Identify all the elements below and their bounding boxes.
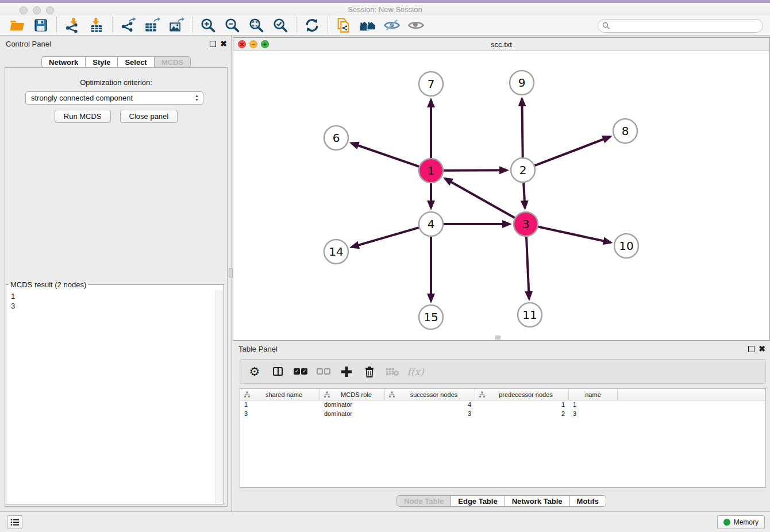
home-icon [359, 17, 377, 33]
zoom-out-button[interactable] [223, 17, 241, 34]
memory-button[interactable]: Memory [717, 515, 765, 529]
graph-edge-2-9[interactable] [522, 99, 522, 157]
tab-mcds[interactable]: MCDS [154, 56, 191, 68]
maximize-window-button[interactable] [46, 6, 54, 14]
graph-edge-3-1[interactable] [445, 179, 514, 218]
graph-edge-1-2[interactable] [444, 170, 507, 171]
select-all-button[interactable]: ✓✓ [292, 363, 309, 380]
table-cell[interactable]: 2 [475, 410, 569, 419]
zoom-out-icon [224, 17, 240, 33]
tab-style[interactable]: Style [85, 56, 117, 68]
close-panel-button[interactable]: Close panel [120, 110, 178, 123]
close-panel-button[interactable]: ✖ [220, 41, 227, 47]
column-type-icon [244, 391, 251, 398]
fit-content-button[interactable] [247, 17, 265, 34]
tab-network[interactable]: Network [41, 56, 85, 68]
table-cell[interactable]: 3 [240, 410, 320, 419]
hide-selection-button[interactable] [383, 17, 401, 34]
mcds-result-list[interactable]: 1 3 [7, 290, 215, 503]
network-maximize-button[interactable]: + [261, 40, 269, 48]
import-network-button[interactable] [63, 17, 82, 34]
graph-node-label: 11 [522, 308, 537, 322]
table-cell[interactable]: 3 [385, 410, 475, 419]
network-window-titlebar[interactable]: ✕ − + scc.txt [233, 38, 769, 51]
tab-node-table[interactable]: Node Table [396, 495, 451, 507]
table-panel-title: Table Panel [238, 345, 748, 353]
zoom-selected-button[interactable] [271, 17, 290, 34]
apply-layout-button[interactable] [303, 17, 321, 34]
status-bar: Memory [0, 511, 770, 532]
graph-edge-3-10[interactable] [538, 227, 610, 242]
graph-node-label: 3 [522, 217, 530, 231]
search-input[interactable] [598, 19, 763, 33]
network-minimize-button[interactable]: − [249, 40, 257, 48]
tab-network-table[interactable]: Network Table [505, 495, 569, 507]
run-mcds-button[interactable]: Run MCDS [55, 110, 111, 123]
minimize-window-button[interactable] [33, 6, 41, 14]
close-table-panel-button[interactable]: ✖ [759, 346, 765, 352]
graph-edge-4-14[interactable] [352, 228, 419, 247]
column-label: predecessor nodes [499, 391, 553, 398]
table-cell[interactable]: 1 [569, 400, 618, 410]
mcds-result-scrollbar[interactable] [215, 290, 223, 503]
column-header-name[interactable]: name [569, 389, 618, 400]
fx-icon: f(x) [407, 366, 424, 377]
column-header-MCDS-role[interactable]: MCDS role [320, 389, 385, 400]
open-session-button[interactable] [7, 17, 26, 34]
show-columns-button[interactable] [269, 363, 286, 380]
graph-edge-2-3[interactable] [523, 183, 525, 208]
network-close-button[interactable]: ✕ [238, 40, 246, 48]
tab-edge-table[interactable]: Edge Table [451, 495, 504, 507]
table-cell[interactable]: 3 [569, 410, 618, 419]
task-history-button[interactable] [7, 515, 22, 529]
show-all-button[interactable] [407, 17, 425, 34]
export-network-icon [120, 17, 136, 33]
table-options-button[interactable]: ⚙ [246, 363, 263, 380]
canvas-splitter-grip[interactable] [495, 336, 500, 340]
fit-content-icon [248, 17, 264, 33]
import-table-button[interactable] [87, 17, 106, 34]
columns-icon [273, 367, 283, 376]
float-table-panel-button[interactable] [748, 346, 754, 352]
export-network-button[interactable] [119, 17, 137, 34]
zoom-selected-icon [272, 17, 288, 33]
network-canvas[interactable]: 7968124314101511 [233, 51, 769, 340]
save-session-button[interactable] [32, 17, 50, 34]
graph-edge-1-6[interactable] [351, 143, 419, 167]
first-neighbors-button[interactable] [359, 17, 377, 34]
checked-box-icon: ✓ [301, 368, 307, 375]
float-panel-button[interactable] [210, 41, 216, 47]
table-cell[interactable]: 1 [240, 400, 320, 410]
export-image-button[interactable] [167, 17, 186, 34]
zoom-in-button[interactable] [199, 17, 217, 34]
new-network-from-selection-button[interactable] [334, 17, 353, 34]
unselect-all-button[interactable] [315, 363, 332, 380]
graph-edge-3-11[interactable] [526, 237, 529, 299]
table-cell[interactable]: dominator [320, 410, 385, 419]
column-header-successor-nodes[interactable]: successor nodes [385, 389, 475, 400]
memory-status-icon [723, 519, 730, 526]
export-table-button[interactable] [143, 17, 161, 34]
network-window: ✕ − + scc.txt 7968124314101511 [233, 37, 770, 341]
table-row[interactable]: 1dominator411 [240, 400, 765, 410]
graph-node-label: 10 [619, 239, 633, 253]
panel-splitter-grip[interactable] [229, 268, 233, 277]
tab-select[interactable]: Select [117, 56, 153, 68]
titlebar: Session: New Session [0, 3, 770, 16]
table-cell[interactable]: dominator [320, 400, 385, 410]
column-header-predecessor-nodes[interactable]: predecessor nodes [475, 389, 569, 400]
close-window-button[interactable] [20, 6, 28, 14]
optimization-criterion-dropdown[interactable]: strongly connected component ▲▼ [25, 91, 203, 105]
tab-motifs[interactable]: Motifs [569, 495, 606, 507]
column-header-shared-name[interactable]: shared name [240, 389, 320, 400]
graph-edge-2-8[interactable] [535, 137, 610, 165]
search-field[interactable] [598, 19, 763, 33]
window-title: Session: New Session [348, 5, 422, 14]
add-row-button[interactable] [338, 363, 355, 380]
table-cell[interactable]: 1 [475, 400, 569, 410]
table-cell[interactable]: 4 [385, 400, 475, 410]
column-label: MCDS role [341, 391, 372, 398]
graph-node-label: 7 [428, 77, 435, 91]
table-row[interactable]: 3dominator323 [240, 410, 765, 419]
delete-row-button[interactable] [361, 363, 378, 380]
